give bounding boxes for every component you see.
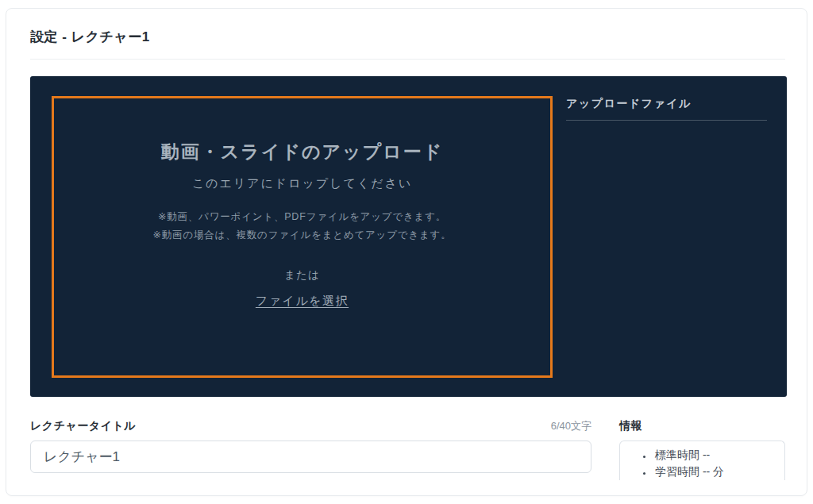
info-section: 情報 標準時間 -- 学習時間 -- 分	[619, 419, 785, 480]
title-divider	[30, 59, 785, 60]
info-heading: 情報	[619, 419, 785, 433]
info-item-standard-time: 標準時間 --	[653, 447, 784, 464]
dropzone-or-label: または	[284, 268, 319, 283]
info-list: 標準時間 -- 学習時間 -- 分	[620, 447, 784, 480]
info-box: 標準時間 -- 学習時間 -- 分	[619, 441, 785, 480]
settings-card: 設定 - レクチャー1 動画・スライドのアップロード このエリアにドロップしてく…	[6, 8, 807, 496]
bottom-row: レクチャータイトル 6/40文字 情報 標準時間 -- 学習時間 -- 分	[30, 419, 785, 480]
uploaded-files-divider	[566, 120, 767, 121]
page-title: 設定 - レクチャー1	[30, 28, 785, 46]
file-dropzone[interactable]: 動画・スライドのアップロード このエリアにドロップしてください ※動画、パワーポ…	[52, 96, 553, 378]
dropzone-notes: ※動画、パワーポイント、PDFファイルをアップできます。 ※動画の場合は、複数の…	[153, 208, 452, 244]
dropzone-note-filetypes: ※動画、パワーポイント、PDFファイルをアップできます。	[153, 208, 452, 226]
uploaded-files-section: アップロードファイル	[553, 76, 787, 397]
lecture-title-label: レクチャータイトル	[30, 419, 136, 433]
select-file-link[interactable]: ファイルを選択	[256, 294, 349, 309]
dropzone-title: 動画・スライドのアップロード	[161, 140, 443, 164]
uploaded-files-heading: アップロードファイル	[566, 97, 767, 111]
lecture-title-input[interactable]	[30, 441, 591, 473]
dropzone-note-multiple: ※動画の場合は、複数のファイルをまとめてアップできます。	[153, 226, 452, 244]
upload-panel: 動画・スライドのアップロード このエリアにドロップしてください ※動画、パワーポ…	[30, 76, 787, 397]
character-counter: 6/40文字	[551, 419, 591, 433]
dropzone-subtitle: このエリアにドロップしてください	[192, 176, 413, 191]
lecture-title-field-group: レクチャータイトル 6/40文字	[30, 419, 591, 480]
info-item-learning-time: 学習時間 -- 分	[653, 464, 784, 480]
